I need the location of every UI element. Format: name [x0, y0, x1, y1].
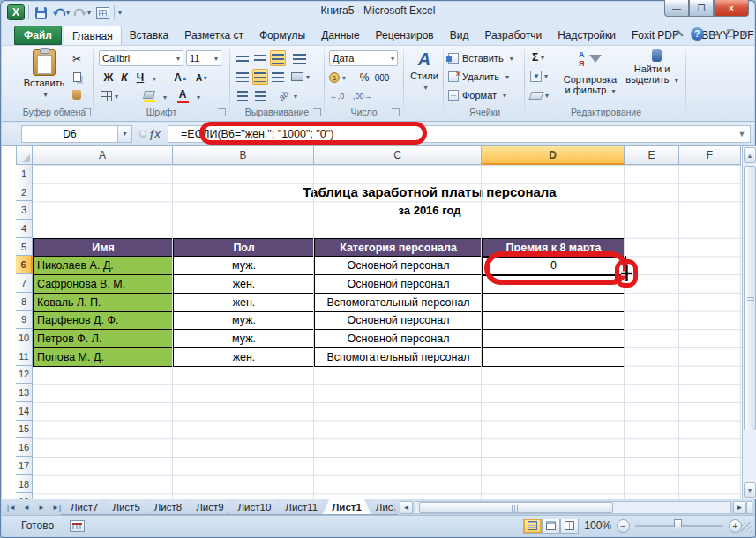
format-cells-button[interactable]: Формат▾: [448, 87, 506, 103]
resize-grip[interactable]: [741, 522, 752, 533]
align-right-button[interactable]: [270, 69, 286, 85]
column-header-D[interactable]: D: [482, 146, 625, 165]
column-header-C[interactable]: C: [314, 146, 482, 165]
font-color-dropdown-icon[interactable]: ▾: [197, 93, 200, 101]
align-middle-button[interactable]: [252, 50, 268, 66]
percent-format-button[interactable]: %: [356, 70, 372, 86]
insert-function-button[interactable]: ƒx: [148, 127, 161, 140]
increase-decimal-button[interactable]: ←,0: [329, 88, 345, 104]
tab-8[interactable]: Разработчи: [476, 26, 550, 45]
minimize-button[interactable]: —: [664, 0, 689, 17]
cell-gender-row7[interactable]: жен.: [174, 275, 315, 294]
column-header-E[interactable]: E: [625, 146, 679, 165]
find-select-button[interactable]: Найти ивыделить ▾: [624, 49, 680, 86]
cell-bonus-row10[interactable]: [483, 330, 625, 348]
comma-format-button[interactable]: 000: [374, 70, 390, 86]
vertical-scrollbar[interactable]: ▲ ▼: [742, 146, 756, 499]
column-header-B[interactable]: B: [173, 146, 314, 165]
table-header-2[interactable]: Категория персонала: [315, 239, 483, 258]
styles-button[interactable]: А Стили ▾: [408, 49, 441, 93]
cell-bonus-row11[interactable]: [483, 348, 625, 367]
decrease-decimal-button[interactable]: ,00→: [353, 88, 372, 104]
sheet-tab-Лист7[interactable]: Лист7: [61, 499, 108, 515]
decrease-indent-button[interactable]: [235, 87, 251, 103]
name-box[interactable]: D6: [21, 125, 118, 143]
vertical-scroll-thumb[interactable]: [744, 166, 756, 430]
scroll-right-icon[interactable]: ►: [733, 501, 746, 514]
workbook-minimize-icon[interactable]: —: [710, 29, 720, 40]
cell-gender-row11[interactable]: жен.: [174, 348, 315, 367]
cell-gender-row8[interactable]: жен.: [174, 294, 315, 312]
shrink-font-button[interactable]: А▼: [194, 70, 210, 86]
clear-button[interactable]: ▾: [530, 87, 549, 103]
scroll-left-icon[interactable]: ◄: [400, 501, 413, 514]
tab-5[interactable]: Данные: [313, 26, 367, 45]
page-layout-view-button[interactable]: [542, 519, 560, 534]
cut-button[interactable]: ✂: [69, 51, 85, 67]
column-header-F[interactable]: F: [679, 146, 741, 165]
fill-color-button[interactable]: [141, 88, 157, 104]
copy-button[interactable]: [69, 69, 85, 85]
cell-bonus-row9[interactable]: [483, 312, 625, 331]
sheet-tab-Лист1[interactable]: Лист1: [322, 499, 371, 515]
cell-bonus-row7[interactable]: [483, 275, 625, 294]
zoom-slider-track[interactable]: [635, 525, 723, 527]
horizontal-scroll-track[interactable]: [415, 501, 731, 514]
cell-category-row10[interactable]: Основной персонал: [315, 330, 483, 348]
formula-bar-split-handle[interactable]: [139, 131, 146, 138]
cell-category-row6[interactable]: Основной персонал: [315, 257, 483, 275]
zoom-slider-thumb[interactable]: [674, 519, 682, 532]
column-header-A[interactable]: A: [33, 146, 173, 165]
align-top-button[interactable]: [235, 50, 251, 66]
orientation-button[interactable]: ab: [272, 84, 294, 106]
row-header-14[interactable]: 14: [16, 402, 33, 421]
tab-1[interactable]: Главная: [64, 26, 122, 45]
table-header-1[interactable]: Пол: [174, 239, 315, 258]
cell-category-row11[interactable]: Вспомогательный персонал: [315, 348, 483, 367]
next-sheet-icon[interactable]: ►: [34, 501, 49, 514]
prev-sheet-icon[interactable]: ◄: [19, 501, 34, 514]
align-left-button[interactable]: [235, 69, 251, 85]
row-header-7[interactable]: 7: [16, 274, 33, 293]
align-bottom-button[interactable]: [270, 50, 286, 66]
borders-button[interactable]: ▾: [101, 88, 118, 104]
sheet-tab-Лист10[interactable]: Лист10: [228, 499, 281, 515]
row-header-19[interactable]: 19: [16, 493, 33, 499]
paste-dropdown-icon[interactable]: ▾: [43, 90, 47, 101]
table-header-3[interactable]: Премия к 8 марта: [483, 239, 625, 258]
row-header-16[interactable]: 16: [16, 438, 33, 457]
italic-button[interactable]: К: [116, 70, 132, 86]
cell-category-row8[interactable]: Вспомогательный персонал: [315, 294, 483, 312]
font-size-select[interactable]: 11▾: [186, 50, 221, 66]
sheet-tab-Лист8[interactable]: Лист8: [145, 499, 191, 515]
cell-name-row7[interactable]: Сафронова В. М.: [34, 275, 174, 294]
zoom-level[interactable]: 100%: [584, 519, 611, 532]
row-header-9[interactable]: 9: [16, 311, 33, 330]
fill-color-dropdown-icon[interactable]: ▾: [163, 93, 167, 101]
number-dialog-launcher-icon[interactable]: [392, 108, 400, 116]
select-all-corner[interactable]: [16, 146, 33, 165]
cell-name-row9[interactable]: Парфенов Д. Ф.: [34, 312, 174, 331]
orientation-dropdown-icon[interactable]: ▾: [294, 93, 297, 101]
horizontal-scroll-thumb[interactable]: [419, 502, 613, 513]
cell-gender-row10[interactable]: муж.: [174, 330, 315, 348]
last-sheet-icon[interactable]: ►|: [49, 501, 64, 514]
row-header-4[interactable]: 4: [16, 220, 33, 238]
workbook-restore-icon[interactable]: ❐: [726, 28, 735, 40]
font-color-button[interactable]: А: [175, 88, 191, 104]
font-dialog-launcher-icon[interactable]: [218, 108, 226, 116]
restore-button[interactable]: ❐: [689, 0, 714, 17]
row-header-18[interactable]: 18: [16, 475, 33, 494]
cell-name-row6[interactable]: Николаев А. Д.: [34, 257, 174, 275]
tab-6[interactable]: Рецензиров: [368, 26, 442, 45]
row-header-11[interactable]: 11: [16, 347, 33, 366]
underline-button[interactable]: Ч: [132, 70, 148, 86]
name-box-dropdown-icon[interactable]: ▾: [118, 125, 132, 143]
sheet-tab-Лист9[interactable]: Лист9: [186, 499, 233, 515]
cell-bonus-row8[interactable]: [483, 294, 625, 312]
insert-cells-button[interactable]: Вставить▾: [448, 50, 513, 66]
row-header-6[interactable]: 6: [16, 256, 33, 274]
increase-indent-button[interactable]: [252, 87, 268, 103]
row-header-1[interactable]: 1: [16, 165, 33, 183]
zoom-in-button[interactable]: +: [729, 519, 742, 533]
